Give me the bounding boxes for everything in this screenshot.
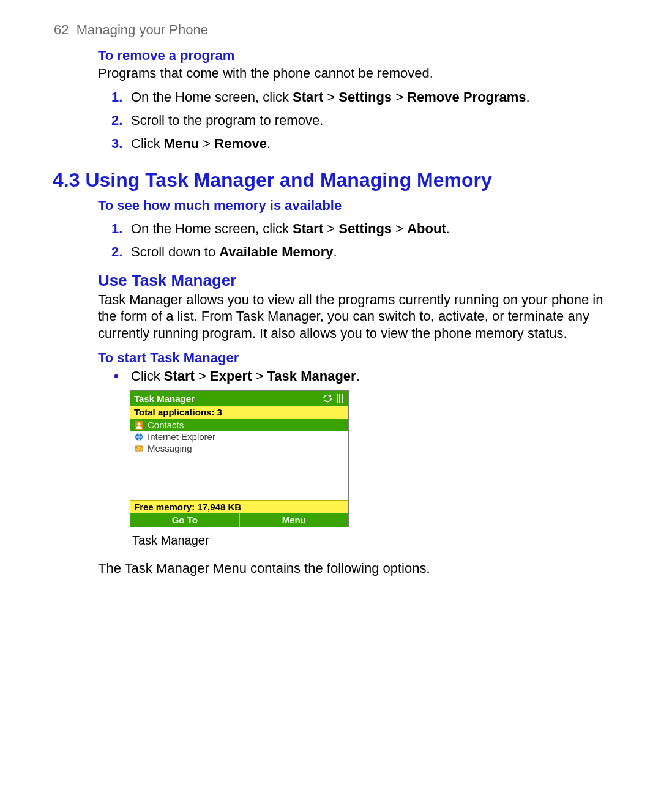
total-apps-bar: Total applications: 3: [130, 406, 348, 419]
heading-use-task-manager: Use Task Manager: [98, 271, 607, 290]
free-memory-bar: Free memory: 17,948 KB: [130, 500, 348, 513]
after-figure-text: The Task Manager Menu contains the follo…: [98, 560, 607, 577]
svg-point-1: [138, 422, 141, 425]
step-marker: 3.: [111, 136, 122, 152]
contacts-icon: [134, 420, 144, 430]
svg-rect-3: [135, 446, 143, 451]
step-marker: 2.: [111, 244, 122, 260]
app-name: Internet Explorer: [148, 431, 215, 442]
start-tm-bullets: • Click Start > Expert > Task Manager.: [114, 368, 607, 384]
softkey-goto[interactable]: Go To: [130, 513, 239, 527]
remove-program-intro: Programs that come with the phone cannot…: [98, 65, 607, 82]
step-marker: 1.: [111, 221, 122, 237]
sync-icon: [323, 394, 332, 403]
softkey-menu[interactable]: Menu: [240, 513, 349, 527]
task-manager-screenshot: Task Manager Total applications: 3: [130, 390, 349, 527]
screenshot-caption: Task Manager: [132, 534, 607, 548]
titlebar-text: Task Manager: [134, 393, 195, 404]
app-row-ie[interactable]: Internet Explorer: [130, 431, 348, 442]
use-tm-body: Task Manager allows you to view all the …: [98, 291, 607, 342]
list-item: 1. On the Home screen, click Start > Set…: [111, 221, 607, 237]
heading-section-4-3: 4.3 Using Task Manager and Managing Memo…: [53, 169, 607, 192]
app-list: Contacts Internet Explorer Messaging: [130, 419, 348, 500]
list-item: 2. Scroll down to Available Memory.: [111, 244, 607, 260]
step-marker: 1.: [111, 89, 122, 105]
app-name: Messaging: [148, 443, 192, 453]
page-header: 62 Managing your Phone: [54, 22, 607, 38]
app-row-messaging[interactable]: Messaging: [130, 442, 348, 454]
remove-program-steps: 1. On the Home screen, click Start > Set…: [98, 89, 607, 152]
chapter-title: Managing your Phone: [77, 22, 208, 37]
app-row-contacts[interactable]: Contacts: [130, 419, 348, 431]
memory-steps: 1. On the Home screen, click Start > Set…: [98, 221, 607, 260]
ie-icon: [134, 432, 144, 442]
list-item: • Click Start > Expert > Task Manager.: [114, 368, 607, 384]
bullet-icon: •: [114, 368, 119, 384]
page-number: 62: [54, 22, 69, 37]
heading-memory-available: To see how much memory is available: [98, 198, 607, 214]
list-item: 2. Scroll to the program to remove.: [111, 113, 607, 129]
heading-start-task-manager: To start Task Manager: [98, 350, 607, 366]
signal-icon: [335, 394, 345, 403]
app-name: Contacts: [148, 420, 184, 430]
titlebar: Task Manager: [130, 391, 348, 406]
list-item: 3. Click Menu > Remove.: [111, 136, 607, 152]
heading-remove-program: To remove a program: [98, 48, 607, 64]
list-item: 1. On the Home screen, click Start > Set…: [111, 89, 607, 105]
softkey-bar: Go To Menu: [130, 513, 348, 527]
messaging-icon: [134, 444, 144, 453]
step-marker: 2.: [111, 113, 122, 129]
